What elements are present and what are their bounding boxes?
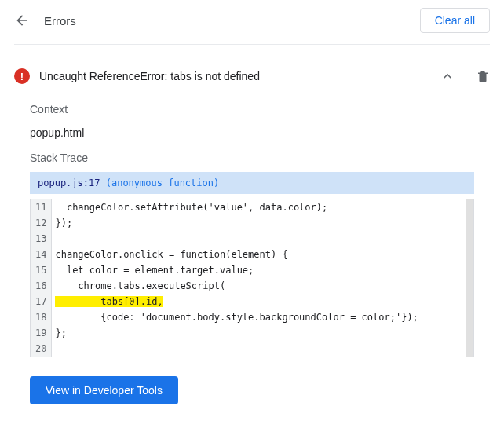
scrollbar[interactable] (466, 199, 473, 357)
back-arrow-icon[interactable] (14, 13, 30, 28)
code-line: }; (52, 325, 473, 341)
code-line: changeColor.setAttribute('value', data.c… (52, 199, 473, 215)
stack-file-ref: popup.js:17 (38, 177, 100, 188)
code-line (52, 231, 473, 247)
line-number: 19 (35, 325, 46, 341)
chevron-up-icon[interactable] (440, 68, 455, 84)
stack-fn: (anonymous function) (106, 177, 220, 188)
line-number: 12 (35, 215, 46, 231)
clear-all-button[interactable]: Clear all (420, 8, 490, 33)
line-number: 15 (35, 262, 46, 278)
line-number: 11 (35, 199, 46, 215)
code-line: tabs[0].id, (52, 294, 473, 309)
line-number: 14 (35, 247, 46, 262)
code-line: }); (52, 215, 473, 231)
code-snippet: 11121314151617181920 changeColor.setAttr… (30, 199, 474, 357)
code-line: changeColor.onclick = function(element) … (52, 247, 473, 262)
stack-trace-label: Stack Trace (0, 147, 504, 164)
line-number: 20 (35, 341, 46, 357)
divider (14, 44, 490, 45)
error-row: ! Uncaught ReferenceError: tabs is not d… (0, 54, 504, 98)
code-line: chrome.tabs.executeScript( (52, 278, 473, 294)
code-line (52, 341, 473, 357)
context-value: popup.html (0, 115, 504, 147)
page-title: Errors (44, 14, 76, 27)
line-number: 13 (35, 231, 46, 247)
context-label: Context (0, 98, 504, 115)
code-line: {code: 'document.body.style.backgroundCo… (52, 309, 473, 325)
trash-icon[interactable] (476, 69, 490, 83)
error-icon: ! (14, 68, 30, 84)
line-number: 16 (35, 278, 46, 294)
stack-trace-header[interactable]: popup.js:17 (anonymous function) (30, 172, 474, 194)
line-number: 17 (35, 294, 46, 309)
error-message: Uncaught ReferenceError: tabs is not def… (39, 70, 260, 82)
code-line: let color = element.target.value; (52, 262, 473, 278)
line-number: 18 (35, 309, 46, 325)
view-in-devtools-button[interactable]: View in Developer Tools (30, 376, 178, 404)
